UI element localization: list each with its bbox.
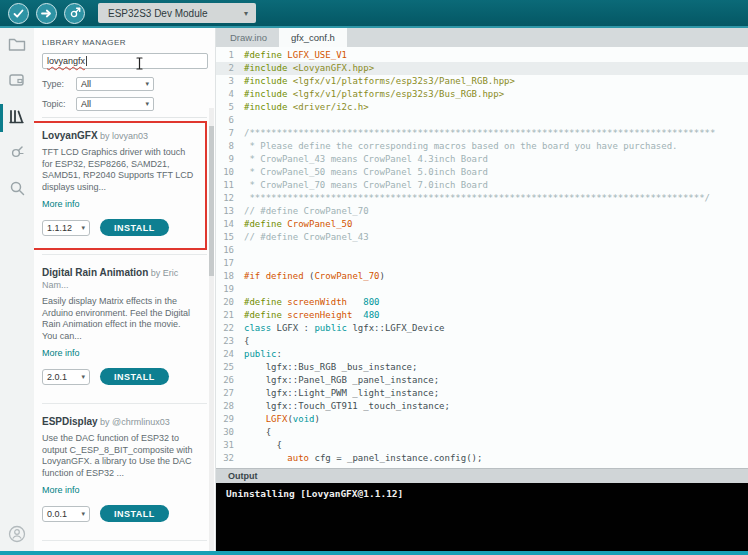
- version-dropdown[interactable]: 1.1.12▾: [42, 220, 90, 236]
- arduino-ide-window: ESP32S3 Dev Module ▾: [0, 0, 748, 555]
- code-line[interactable]: 14#define CrowPanel_50: [216, 218, 748, 231]
- code-line[interactable]: 20#define screenWidth 800: [216, 296, 748, 309]
- code-text: * Please define the corresponding macros…: [244, 140, 677, 153]
- search-input-value: lovyangfx: [47, 56, 85, 66]
- line-number: 6: [216, 114, 244, 127]
- code-line[interactable]: 5#include <driver/i2c.h>: [216, 101, 748, 114]
- debug-button[interactable]: [64, 3, 85, 24]
- sidebar-item-debug[interactable]: [0, 136, 34, 172]
- tab-draw-ino[interactable]: Draw.ino: [218, 28, 279, 47]
- code-line[interactable]: 29 LGFX(void): [216, 413, 748, 426]
- toolbar: ESP32S3 Dev Module ▾: [0, 0, 748, 28]
- account-icon: [8, 525, 26, 547]
- code-line[interactable]: 32 auto cfg = _panel_instance.config();: [216, 452, 748, 465]
- verify-button[interactable]: [8, 3, 29, 24]
- code-text: #include <driver/i2c.h>: [244, 101, 369, 114]
- check-icon: [13, 8, 24, 19]
- output-title: Output: [228, 471, 258, 481]
- code-editor[interactable]: 1#define LGFX_USE_V12#include <LovyanGFX…: [216, 47, 748, 468]
- code-text: * CrowPanel_50 means CrowPanel 5.0inch B…: [244, 166, 488, 179]
- code-line[interactable]: 16: [216, 244, 748, 257]
- code-line[interactable]: 13// #define CrowPanel_70: [216, 205, 748, 218]
- code-line[interactable]: 3#include <lgfx/v1/platforms/esp32s3/Pan…: [216, 75, 748, 88]
- code-text: // #define CrowPanel_70: [244, 205, 369, 218]
- library-search-input[interactable]: lovyangfx: [42, 53, 208, 69]
- line-number: 8: [216, 140, 244, 153]
- library-results-list: LovyanGFX by lovyan03TFT LCD Graphics dr…: [42, 118, 207, 555]
- code-line[interactable]: 1#define LGFX_USE_V1: [216, 49, 748, 62]
- more-info-link[interactable]: More info: [42, 348, 80, 358]
- editor-area: Draw.inogfx_conf.h 1#define LGFX_USE_V12…: [216, 28, 748, 555]
- line-number: 23: [216, 335, 244, 348]
- code-text: #include <lgfx/v1/platforms/esp32s3/Bus_…: [244, 88, 504, 101]
- code-line[interactable]: 11 * CrowPanel_70 means CrowPanel 7.0inc…: [216, 179, 748, 192]
- code-line[interactable]: 30 {: [216, 426, 748, 439]
- code-line[interactable]: 31 {: [216, 439, 748, 452]
- code-line[interactable]: 24public:: [216, 348, 748, 361]
- code-line[interactable]: 9 * CrowPanel_43 means CrowPanel 4.3inch…: [216, 153, 748, 166]
- line-number: 7: [216, 127, 244, 140]
- sidebar-item-boards-manager[interactable]: [0, 64, 34, 100]
- type-filter-dropdown[interactable]: All ▾: [76, 77, 154, 91]
- code-text: {: [244, 426, 271, 439]
- install-button[interactable]: INSTALL: [100, 219, 169, 236]
- code-line[interactable]: 21#define screenHeight 480: [216, 309, 748, 322]
- line-number: 27: [216, 387, 244, 400]
- library-scrollbar[interactable]: [209, 108, 214, 555]
- more-info-link[interactable]: More info: [42, 199, 80, 209]
- code-text: class LGFX : public lgfx::LGFX_Device: [244, 322, 445, 335]
- line-number: 26: [216, 374, 244, 387]
- sidebar-item-library-manager[interactable]: [0, 100, 34, 136]
- code-line[interactable]: 25 lgfx::Bus_RGB _bus_instance;: [216, 361, 748, 374]
- code-line[interactable]: 23{: [216, 335, 748, 348]
- library-entry: Digital Rain Animation by Eric Nam...Eas…: [42, 255, 207, 404]
- upload-button[interactable]: [36, 3, 57, 24]
- code-line[interactable]: 15// #define CrowPanel_43: [216, 231, 748, 244]
- output-console[interactable]: Uninstalling [LovyanGFX@1.1.12]: [216, 483, 748, 555]
- sidebar-item-search[interactable]: [0, 172, 34, 208]
- line-number: 19: [216, 283, 244, 296]
- code-line[interactable]: 22class LGFX : public lgfx::LGFX_Device: [216, 322, 748, 335]
- line-number: 30: [216, 426, 244, 439]
- more-info-link[interactable]: More info: [42, 485, 80, 495]
- account-button[interactable]: [0, 525, 34, 547]
- code-line[interactable]: 27 lgfx::Light_PWM _light_instance;: [216, 387, 748, 400]
- code-line[interactable]: 6: [216, 114, 748, 127]
- line-number: 32: [216, 452, 244, 465]
- code-text: /***************************************…: [244, 127, 715, 140]
- code-line[interactable]: 18#if defined (CrowPanel_70): [216, 270, 748, 283]
- line-number: 22: [216, 322, 244, 335]
- type-filter-value: All: [81, 79, 145, 89]
- line-number: 10: [216, 166, 244, 179]
- code-line[interactable]: 2#include <LovyanGFX.hpp>: [216, 62, 748, 75]
- scrollbar-thumb[interactable]: [209, 126, 214, 276]
- topic-filter-value: All: [81, 99, 145, 109]
- folder-icon: [8, 36, 26, 56]
- version-dropdown[interactable]: 2.0.1▾: [42, 369, 90, 385]
- board-selector-dropdown[interactable]: ESP32S3 Dev Module ▾: [98, 3, 256, 23]
- library-description: TFT LCD Graphics driver with touch for E…: [42, 147, 197, 193]
- version-dropdown[interactable]: 0.0.1▾: [42, 506, 90, 522]
- line-number: 1: [216, 49, 244, 62]
- tab-gfx-conf-h[interactable]: gfx_conf.h: [279, 28, 347, 47]
- code-text: #define LGFX_USE_V1: [244, 49, 347, 62]
- code-line[interactable]: 8 * Please define the corresponding macr…: [216, 140, 748, 153]
- output-panel-header[interactable]: Output: [216, 468, 748, 483]
- sidebar-item-sketchbook[interactable]: [0, 28, 34, 64]
- code-line[interactable]: 12 *************************************…: [216, 192, 748, 205]
- install-button[interactable]: INSTALL: [100, 368, 169, 385]
- code-text: * CrowPanel_70 means CrowPanel 7.0inch B…: [244, 179, 488, 192]
- code-line[interactable]: 17: [216, 257, 748, 270]
- code-text: lgfx::Panel_RGB _panel_instance;: [244, 374, 439, 387]
- topic-filter-dropdown[interactable]: All ▾: [76, 97, 154, 111]
- code-line[interactable]: 10 * CrowPanel_50 means CrowPanel 5.0inc…: [216, 166, 748, 179]
- code-line[interactable]: 4#include <lgfx/v1/platforms/esp32s3/Bus…: [216, 88, 748, 101]
- code-text: #include <lgfx/v1/platforms/esp32s3/Pane…: [244, 75, 515, 88]
- code-line[interactable]: 19: [216, 283, 748, 296]
- chevron-down-icon: ▾: [81, 510, 85, 518]
- code-line[interactable]: 28 lgfx::Touch_GT911 _touch_instance;: [216, 400, 748, 413]
- install-button[interactable]: INSTALL: [100, 505, 169, 522]
- code-line[interactable]: 7/**************************************…: [216, 127, 748, 140]
- code-line[interactable]: 26 lgfx::Panel_RGB _panel_instance;: [216, 374, 748, 387]
- editor-tabs: Draw.inogfx_conf.h: [216, 28, 748, 47]
